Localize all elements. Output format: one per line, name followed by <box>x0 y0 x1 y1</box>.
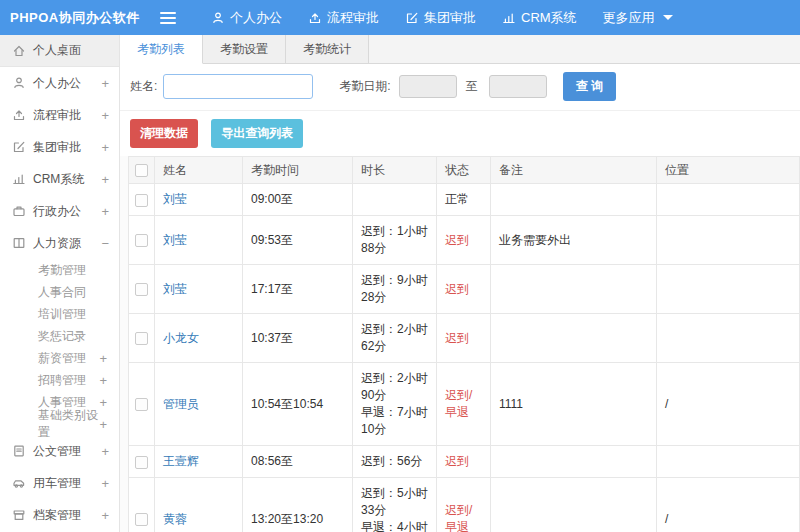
column-header: 状态 <box>437 157 491 184</box>
expand-plus-icon[interactable]: + <box>101 108 109 123</box>
row-checkbox[interactable] <box>135 398 148 411</box>
sidebar-subitem-recruitment-management[interactable]: 招聘管理+ <box>0 369 119 391</box>
employee-name-link[interactable]: 刘莹 <box>163 282 187 296</box>
sidebar-subitem-label: 培训管理 <box>38 306 107 323</box>
sidebar-item-personal-office[interactable]: 个人办公+ <box>0 67 119 99</box>
location-cell <box>657 314 800 363</box>
sidebar-item-admin-office[interactable]: 行政办公+ <box>0 195 119 227</box>
nav-item-more-apps[interactable]: 更多应用 <box>590 0 686 35</box>
home-icon <box>11 44 26 58</box>
location-cell <box>657 216 800 265</box>
table-row: 刘莹09:00至正常 <box>129 184 800 216</box>
date-to-input[interactable] <box>489 75 547 98</box>
collapse-minus-icon[interactable]: − <box>101 236 109 251</box>
row-checkbox[interactable] <box>135 513 148 526</box>
expand-plus-icon[interactable]: + <box>101 204 109 219</box>
flow-icon <box>11 108 26 122</box>
row-checkbox[interactable] <box>135 283 148 296</box>
hamburger-menu-icon[interactable] <box>160 9 176 27</box>
clear-data-button[interactable]: 清理数据 <box>130 119 198 148</box>
tab-attendance-settings[interactable]: 考勤设置 <box>202 35 286 63</box>
expand-plus-icon[interactable]: + <box>99 395 107 410</box>
table-row: 管理员10:54至10:54迟到：2小时90分早退：7小时10分迟到/早退111… <box>129 363 800 446</box>
expand-plus-icon[interactable]: + <box>101 444 109 459</box>
duration-cell: 迟到：9小时28分 <box>353 265 437 314</box>
status-badge: 正常 <box>445 192 469 206</box>
sidebar-item-human-resources[interactable]: 人力资源− <box>0 227 119 259</box>
attendance-time-cell: 10:37至 <box>243 314 353 363</box>
attendance-time-cell: 08:56至 <box>243 446 353 478</box>
expand-plus-icon[interactable]: + <box>99 417 107 432</box>
employee-name-link[interactable]: 刘莹 <box>163 233 187 247</box>
sidebar-item-group-approval[interactable]: 集团审批+ <box>0 131 119 163</box>
duration-cell: 迟到：1小时88分 <box>353 216 437 265</box>
expand-plus-icon[interactable]: + <box>101 172 109 187</box>
sidebar-subitem-training-management[interactable]: 培训管理 <box>0 303 119 325</box>
column-header: 位置 <box>657 157 800 184</box>
sidebar-subitem-reward-punishment-records[interactable]: 奖惩记录 <box>0 325 119 347</box>
expand-plus-icon[interactable]: + <box>101 476 109 491</box>
car-icon <box>11 476 26 490</box>
column-header: 时长 <box>353 157 437 184</box>
column-header: 姓名 <box>155 157 243 184</box>
sidebar-item-archive-management[interactable]: 档案管理+ <box>0 499 119 531</box>
nav-item-group-approval[interactable]: 集团审批 <box>392 0 489 35</box>
location-cell <box>657 265 800 314</box>
status-badge: 迟到 <box>445 233 469 247</box>
sidebar-subitem-salary-management[interactable]: 薪资管理+ <box>0 347 119 369</box>
sidebar-item-label: 个人桌面 <box>33 42 109 59</box>
sidebar-item-label: 行政办公 <box>33 203 101 220</box>
nav-item-workflow-approval[interactable]: 流程审批 <box>295 0 392 35</box>
name-filter-input[interactable] <box>163 74 313 99</box>
row-checkbox[interactable] <box>135 194 148 207</box>
nav-item-personal-office[interactable]: 个人办公 <box>198 0 295 35</box>
sidebar-item-workflow-approval[interactable]: 流程审批+ <box>0 99 119 131</box>
tab-bar: 考勤列表考勤设置考勤统计 <box>120 35 800 64</box>
row-checkbox[interactable] <box>135 234 148 247</box>
employee-name-link[interactable]: 管理员 <box>163 397 199 411</box>
sidebar-subitem-attendance-management[interactable]: 考勤管理 <box>0 259 119 281</box>
note-cell <box>491 314 657 363</box>
column-header: 备注 <box>491 157 657 184</box>
status-cell: 迟到/早退 <box>437 363 491 446</box>
user-icon <box>211 11 225 25</box>
action-bar: 清理数据 导出查询列表 <box>120 111 800 156</box>
employee-name-link[interactable]: 黄蓉 <box>163 512 187 526</box>
sidebar-item-vehicle-management[interactable]: 用车管理+ <box>0 467 119 499</box>
sidebar-subitem-hr-contracts[interactable]: 人事合同 <box>0 281 119 303</box>
export-list-button[interactable]: 导出查询列表 <box>211 119 303 148</box>
tab-attendance-list[interactable]: 考勤列表 <box>120 35 203 64</box>
row-checkbox[interactable] <box>135 456 148 469</box>
expand-plus-icon[interactable]: + <box>99 351 107 366</box>
sidebar-item-crm-system[interactable]: CRM系统+ <box>0 163 119 195</box>
search-button[interactable]: 查 询 <box>563 72 616 101</box>
sidebar-subitem-base-category-settings[interactable]: 基础类别设置+ <box>0 413 119 435</box>
employee-name-link[interactable]: 小龙女 <box>163 331 199 345</box>
date-from-input[interactable] <box>399 75 457 98</box>
note-cell <box>491 265 657 314</box>
top-nav: 个人办公流程审批集团审批CRM系统更多应用 <box>198 0 686 35</box>
expand-plus-icon[interactable]: + <box>101 508 109 523</box>
employee-name-link[interactable]: 刘莹 <box>163 192 187 206</box>
select-all-checkbox[interactable] <box>135 164 148 177</box>
date-filter-label: 考勤日期: <box>339 78 390 95</box>
sidebar-subitem-label: 人事合同 <box>38 284 107 301</box>
tab-attendance-statistics[interactable]: 考勤统计 <box>285 35 369 63</box>
expand-plus-icon[interactable]: + <box>101 76 109 91</box>
duration-cell: 迟到：56分 <box>353 446 437 478</box>
sidebar-subitem-label: 薪资管理 <box>38 350 99 367</box>
attendance-time-cell: 09:00至 <box>243 184 353 216</box>
expand-plus-icon[interactable]: + <box>101 140 109 155</box>
status-cell: 迟到 <box>437 446 491 478</box>
nav-item-crm-system[interactable]: CRM系统 <box>489 0 590 35</box>
duration-cell: 迟到：2小时62分 <box>353 314 437 363</box>
sidebar-item-label: 用车管理 <box>33 475 101 492</box>
employee-name-link[interactable]: 王壹辉 <box>163 454 199 468</box>
row-checkbox[interactable] <box>135 332 148 345</box>
sidebar-item-personal-desktop[interactable]: 个人桌面 <box>0 35 119 67</box>
note-cell <box>491 184 657 216</box>
caret-down-icon <box>663 15 673 20</box>
main-content: 考勤列表考勤设置考勤统计 姓名: 考勤日期: 至 查 询 清理数据 导出查询列表… <box>120 35 800 532</box>
expand-plus-icon[interactable]: + <box>99 373 107 388</box>
date-to-label: 至 <box>466 78 478 95</box>
